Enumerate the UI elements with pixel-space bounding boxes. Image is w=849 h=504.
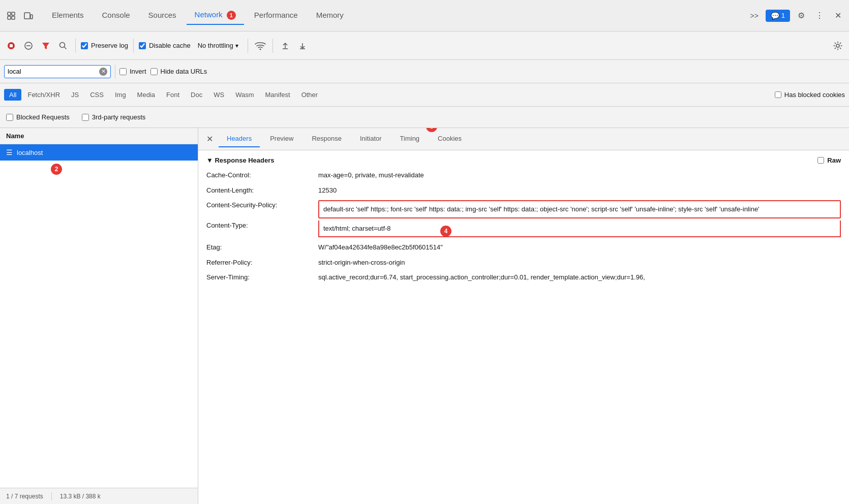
tab-bar: Elements Console Sources Network 1 Perfo… (0, 0, 849, 32)
type-btn-manifest[interactable]: Manifest (260, 89, 295, 101)
svg-rect-7 (10, 44, 13, 47)
more-tabs-button[interactable]: >> (747, 9, 762, 23)
section-title: ▼ Response Headers Raw (206, 156, 841, 164)
type-btn-img[interactable]: Img (110, 89, 131, 101)
panel-tab-timing[interactable]: Timing (392, 131, 428, 147)
svg-point-18 (836, 44, 839, 47)
header-value: max-age=0, private, must-revalidate (318, 170, 841, 180)
panel-tab-response[interactable]: Response (304, 131, 350, 147)
svg-rect-1 (12, 12, 15, 15)
type-btn-other[interactable]: Other (296, 89, 323, 101)
chat-button[interactable]: 💬 1 (766, 10, 790, 22)
download-icon[interactable] (295, 39, 310, 53)
wifi-icon[interactable] (253, 39, 267, 53)
panel-close-button[interactable]: ✕ (202, 132, 217, 146)
status-bar: 1 / 7 requests 13.3 kB / 388 k (0, 488, 198, 504)
search-clear-button[interactable]: ✕ (99, 68, 107, 76)
type-btn-css[interactable]: CSS (85, 89, 109, 101)
type-filter-bar: All Fetch/XHR JS CSS Img Media Font Doc … (0, 83, 849, 107)
has-blocked-cookies-checkbox[interactable] (775, 91, 781, 98)
throttle-arrow-icon: ▾ (235, 42, 238, 49)
tab-elements[interactable]: Elements (44, 7, 92, 24)
chat-badge: 1 (781, 12, 785, 19)
header-key: Content-Type: (206, 220, 318, 238)
cursor-icon[interactable] (4, 9, 18, 23)
header-value: sql.active_record;dur=6.74, start_proces… (318, 272, 841, 282)
settings-button[interactable]: ⚙ (794, 9, 808, 23)
header-key: Cache-Control: (206, 170, 318, 180)
header-row-content-length: Content-Length: 12530 (206, 185, 841, 196)
header-row-cache-control: Cache-Control: max-age=0, private, must-… (206, 170, 841, 180)
request-item-localhost[interactable]: ☰ localhost (0, 144, 198, 161)
disable-cache-checkbox[interactable]: Disable cache (139, 42, 191, 49)
tab-console[interactable]: Console (94, 7, 138, 24)
header-value-csp: default-src 'self' https:; font-src 'sel… (318, 200, 841, 218)
panel-tab-preview[interactable]: Preview (262, 131, 301, 147)
status-divider (51, 492, 52, 500)
blocked-requests-checkbox[interactable]: Blocked Requests (6, 113, 70, 121)
left-panel: Name ☰ localhost 2 1 / 7 requests 13.3 k… (0, 128, 198, 504)
header-key: Server-Timing: (206, 272, 318, 282)
header-value: text/html; charset=utf-8 (318, 220, 841, 238)
request-name: localhost (17, 149, 192, 156)
raw-checkbox-input[interactable] (817, 157, 824, 164)
panel-tab-initiator[interactable]: Initiator (352, 131, 390, 147)
panel-tab-headers[interactable]: Headers (219, 131, 260, 147)
network-badge: 1 (227, 11, 236, 20)
clear-button[interactable] (21, 39, 36, 53)
type-btn-media[interactable]: Media (132, 89, 160, 101)
size-label: 13.3 kB / 388 k (60, 493, 101, 500)
type-btn-all[interactable]: All (4, 89, 21, 101)
type-btn-ws[interactable]: WS (208, 89, 229, 101)
more-options-button[interactable]: ⋮ (812, 9, 827, 23)
tab-network[interactable]: Network 1 (187, 6, 244, 25)
third-party-checkbox[interactable]: 3rd-party requests (82, 113, 146, 121)
network-toolbar: Preserve log Disable cache No throttling… (0, 32, 849, 60)
panel-tabs: ✕ Headers Preview Response Initiator Tim… (198, 128, 849, 150)
header-value: 12530 (318, 185, 841, 196)
filter-button[interactable] (39, 39, 53, 53)
svg-marker-10 (42, 43, 49, 49)
tab-memory[interactable]: Memory (308, 7, 352, 24)
search-button[interactable] (56, 39, 70, 53)
tab-performance[interactable]: Performance (246, 7, 306, 24)
svg-rect-0 (8, 12, 11, 15)
device-toggle-icon[interactable] (21, 9, 36, 23)
type-btn-fetch-xhr[interactable]: Fetch/XHR (22, 89, 65, 101)
main-content: Name ☰ localhost 2 1 / 7 requests 13.3 k… (0, 128, 849, 504)
filter-divider (115, 65, 115, 79)
search-box[interactable]: ✕ (4, 65, 111, 78)
has-blocked-cookies-label: Has blocked cookies (775, 91, 845, 99)
panel-tab-cookies[interactable]: Cookies (430, 131, 470, 147)
network-settings-icon[interactable] (831, 39, 845, 53)
search-input[interactable] (8, 68, 99, 75)
type-btn-font[interactable]: Font (161, 89, 185, 101)
header-row-csp: Content-Security-Policy: default-src 'se… (206, 200, 841, 218)
svg-rect-3 (12, 16, 15, 19)
header-key: Content-Length: (206, 185, 318, 196)
svg-rect-5 (31, 15, 33, 19)
upload-icon[interactable] (278, 39, 292, 53)
svg-rect-2 (8, 16, 11, 19)
blocked-bar: Blocked Requests 3rd-party requests (0, 107, 849, 128)
header-key: Referrer-Policy: (206, 258, 318, 268)
type-btn-wasm[interactable]: Wasm (230, 89, 259, 101)
raw-checkbox[interactable]: Raw (817, 156, 841, 164)
svg-rect-4 (24, 13, 30, 19)
stop-recording-button[interactable] (4, 39, 18, 53)
hide-data-urls-checkbox[interactable]: Hide data URLs (150, 68, 207, 75)
invert-checkbox[interactable]: Invert (119, 68, 146, 75)
preserve-log-checkbox[interactable]: Preserve log (81, 42, 128, 49)
divider-2 (133, 39, 134, 53)
name-header: Name (0, 128, 198, 144)
header-row-etag: Etag: W/"af04ea42634fe8a98e8ec2b5f060151… (206, 242, 841, 253)
header-row-content-type: Content-Type: text/html; charset=utf-8 (206, 220, 841, 238)
svg-point-11 (60, 42, 65, 47)
throttle-select[interactable]: No throttling ▾ (194, 40, 242, 51)
tab-sources[interactable]: Sources (140, 7, 185, 24)
close-button[interactable]: ✕ (831, 9, 845, 23)
svg-point-13 (259, 48, 261, 50)
type-btn-doc[interactable]: Doc (186, 89, 207, 101)
type-btn-js[interactable]: JS (66, 89, 84, 101)
annotation-badge-4: 4 (440, 226, 451, 237)
